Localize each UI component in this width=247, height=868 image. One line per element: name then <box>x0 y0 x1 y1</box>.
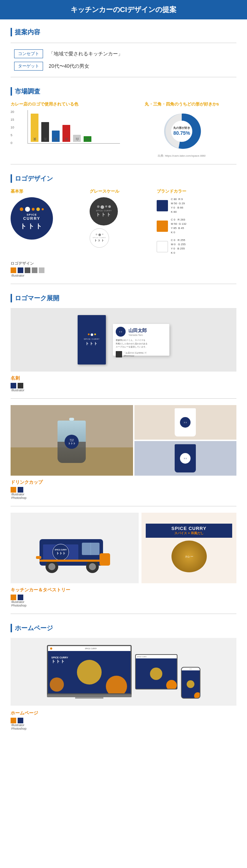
proposal-section: 提案内容 コンセプト 「地域で愛されるキッチンカー」 ターゲット 20代〜40代… <box>11 28 236 77</box>
bc-person-name: 山田太郎 <box>128 327 147 334</box>
hp-mobile <box>181 667 200 699</box>
cup-body: SPICE CURRY トトト <box>58 421 86 463</box>
gs-dot-sm-2 <box>98 234 101 236</box>
bc-dark-spice: SPICE CURRY <box>84 338 100 340</box>
market-title: 市場調査 <box>11 87 236 96</box>
gs-dot-1 <box>97 205 100 208</box>
hp-orange-1 <box>106 676 127 694</box>
drink-label: ドリンクカップ <box>11 479 43 486</box>
hp-tablet-nav: SPICE CURRY <box>136 655 177 658</box>
logo-brand-block: ブランドカラー C 80 R 9M 50 G 29Y 0 B 66K 80 C … <box>157 188 236 255</box>
brand-colors: C 80 R 9M 50 G 29Y 0 B 66K 80 C 0 R 283M… <box>157 197 236 255</box>
bar-rect-blue <box>52 131 60 142</box>
drink-mockup: SPICE CURRY トトト トト <box>11 405 236 476</box>
logo-swatch-light <box>39 267 44 273</box>
bc-dot-2 <box>91 333 93 336</box>
logo-swatch-gray <box>32 267 37 273</box>
gs-dot-sm-3 <box>102 234 103 235</box>
pie-label-text: 丸の形が好き <box>173 126 190 130</box>
svg-text:トトト: トトト <box>56 551 65 555</box>
svg-point-12 <box>48 563 55 570</box>
kc-menu-header: SPICE CURRY スパイス × 和風だし <box>146 524 232 538</box>
kc-food-label: カレー <box>185 555 193 559</box>
brand-color-info-navy: C 80 R 9M 50 G 29Y 0 B 66K 80 <box>171 197 185 214</box>
pie-source: 出典: https://cam-lake.com/space-886/ <box>158 154 206 158</box>
bar-white: 白 <box>73 135 81 143</box>
brand-block-title: ブランドカラー <box>157 188 236 194</box>
bc-qr-code <box>116 351 122 357</box>
logomark-title: ロゴマーク展開 <box>11 294 236 302</box>
svg-rect-10 <box>100 553 110 566</box>
hp-swatch-navy <box>18 718 23 723</box>
drink-swatch-navy <box>18 487 23 493</box>
page-title: キッチンカーのCIデザインの提案 <box>71 6 176 13</box>
namecard-white-front: トト 山田太郎 Yamada Taro 愛媛県かれーくん、スパイスを和風だしと合… <box>113 324 169 356</box>
bar-black: 黒 <box>41 122 49 143</box>
kitchencar-swatches <box>11 595 236 600</box>
bar-chart-title: カレー店のロゴで使用されている色 <box>11 101 120 107</box>
drink-app-2: Photoshop <box>11 496 236 500</box>
dot-white <box>25 207 30 212</box>
logo-katakana: トトト <box>20 222 43 230</box>
drink-swatches <box>11 487 236 493</box>
svg-rect-16 <box>36 556 41 559</box>
logo-swatches-row <box>11 267 236 273</box>
hp-label-row: ホームページ <box>11 710 236 716</box>
hp-tablet: SPICE CURRY <box>135 654 177 689</box>
pie-percent: 80.75% <box>173 130 190 136</box>
proposal-row-target: ターゲット 20代〜40代の男女 <box>14 62 236 71</box>
cup-katakana: トトト <box>68 442 76 445</box>
bc-dot-3 <box>94 333 96 335</box>
cup-container: SPICE CURRY トトト <box>58 418 86 463</box>
hp-desktop-stand <box>75 697 103 699</box>
hp-logo-text: SPICE CURRY <box>52 656 68 659</box>
brand-color-row-orange: C 0 R 283M 50 G 132Y 85 B 45K 0 <box>157 218 236 235</box>
proposal-table: コンセプト 「地域で愛されるキッチンカー」 ターゲット 20代〜40代の男女 <box>14 49 236 71</box>
gs-dot-4 <box>108 205 111 208</box>
brand-color-row-navy: C 80 R 9M 50 G 29Y 0 B 66K 80 <box>157 197 236 214</box>
base-block-title: 基本形 <box>11 188 84 194</box>
logo-section-title: ロゴデザイン <box>11 174 236 183</box>
bc-name-block: 山田太郎 Yamada Taro <box>128 327 147 336</box>
dot-orange-2 <box>32 208 35 211</box>
dot-yellow <box>36 207 40 211</box>
gs-dots-small <box>96 234 103 236</box>
hp-tablet-content <box>136 658 177 689</box>
bar-rect-yellow <box>31 114 38 142</box>
bc-dot-1 <box>88 333 90 335</box>
bar-chart-inner: 黄 黒 青 赤 <box>28 110 120 144</box>
hp-tablet-food <box>150 668 162 680</box>
bar-red: 赤 <box>62 125 70 143</box>
proposal-title: 提案内容 <box>11 28 236 36</box>
pie-chart-block: 丸・三角・四角のうちどの形が好きかs <box>127 101 236 158</box>
hp-nav-text: SPICE CURRY <box>54 647 128 650</box>
brand-color-row-white: C 0 R 255M 0 G 255Y 0 B 255K 0 <box>157 238 236 255</box>
bar-rect-red <box>62 125 70 142</box>
namecard-mockup-area: SPICE CURRY トトト トト 山田太郎 Yamada Taro <box>11 308 236 372</box>
namecard-swatches <box>11 383 236 388</box>
hp-tablet-orange <box>166 680 177 689</box>
gs-dots-large <box>97 205 111 209</box>
gs-dot-sm-1 <box>96 234 97 235</box>
brand-swatch-orange <box>157 221 168 232</box>
svg-point-14 <box>89 563 96 570</box>
hp-mobile-content <box>182 670 200 698</box>
namecard-label-row: 名刺 <box>11 375 236 381</box>
market-section: 市場調査 カレー店のロゴで使用されている色 20 15 10 5 0 黄 <box>11 87 236 164</box>
gs-logo-small: SPICE CURRY トトト <box>90 228 109 248</box>
bc-logo-row: トト 山田太郎 Yamada Taro <box>116 327 167 337</box>
hp-mobile-food <box>187 680 194 688</box>
market-charts: カレー店のロゴで使用されている色 20 15 10 5 0 黄 <box>11 101 236 158</box>
kc-swatch-navy <box>18 595 23 600</box>
brand-swatch-navy <box>157 200 168 211</box>
logo-swatch-navy <box>18 267 23 273</box>
hp-logo-area: SPICE CURRY トトト <box>52 656 68 664</box>
namecard-label: 名刺 <box>11 375 20 381</box>
grayscale-block-title: グレースケール <box>90 188 151 194</box>
kc-right: SPICE CURRY スパイス × 和風だし カレー <box>141 513 236 583</box>
drink-right-bottom: トト <box>134 441 236 476</box>
bc-dots <box>88 333 96 336</box>
target-label: ターゲット <box>14 62 43 71</box>
logo-tool-app: Illustrator <box>11 274 236 277</box>
drink-right-top: トト <box>134 405 236 440</box>
